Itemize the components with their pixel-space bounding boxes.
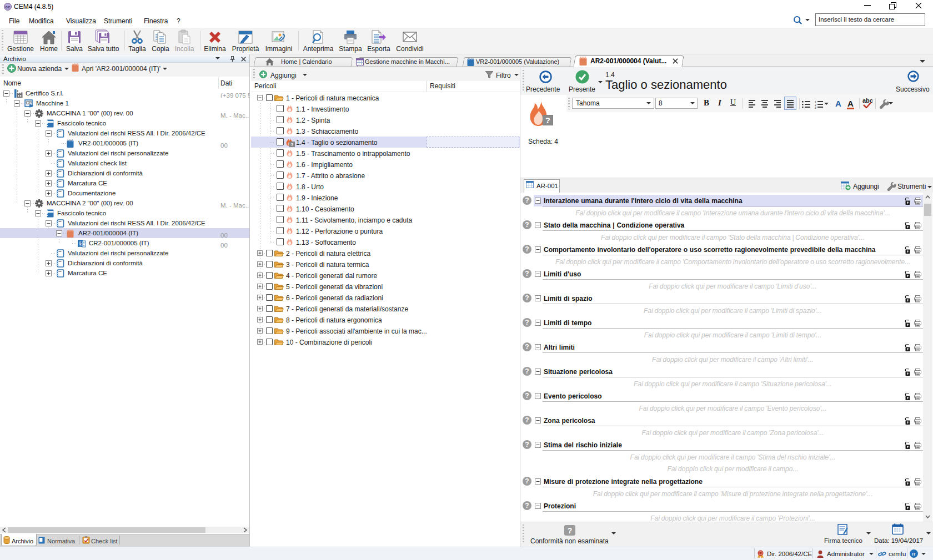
svg-text:?: ? <box>525 367 529 375</box>
svg-text:?: ? <box>525 441 529 448</box>
svg-text:?: ? <box>525 343 529 351</box>
svg-text:§: § <box>79 240 82 246</box>
svg-text:?: ? <box>525 392 529 400</box>
svg-text:?: ? <box>525 416 529 424</box>
svg-text:IT: IT <box>912 552 916 557</box>
svg-text:?: ? <box>525 319 529 326</box>
svg-text:?: ? <box>525 502 529 509</box>
svg-text:?: ? <box>525 477 529 485</box>
svg-text:?: ? <box>545 115 550 125</box>
svg-text:?: ? <box>525 294 529 302</box>
svg-text:3: 3 <box>815 106 816 109</box>
svg-text:?: ? <box>525 245 529 253</box>
svg-text:?: ? <box>525 270 529 278</box>
svg-text:?: ? <box>525 221 529 229</box>
svg-text:?: ? <box>525 196 529 204</box>
svg-text:ce: ce <box>6 4 11 9</box>
svg-text:?: ? <box>291 142 294 147</box>
